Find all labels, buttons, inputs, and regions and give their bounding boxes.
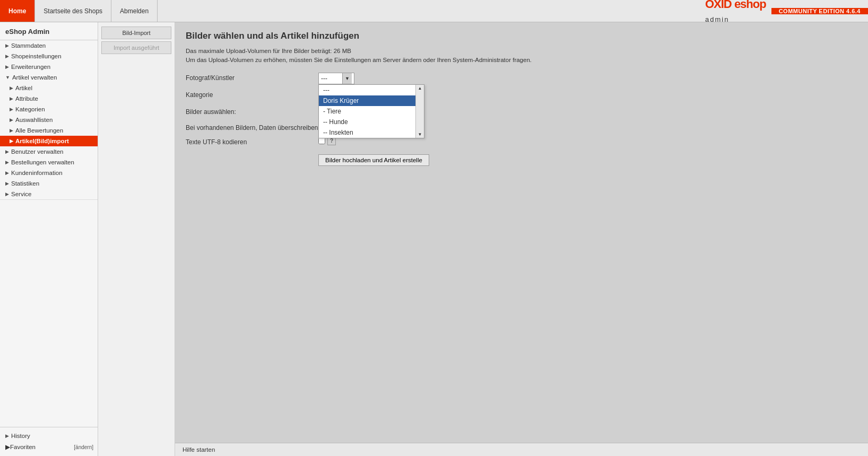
arrow-icon: ▶ [5,54,9,59]
tab-home[interactable]: Home [0,0,35,22]
arrow-icon: ▶ [10,128,13,133]
sidebar-label: Service [11,191,31,197]
sidebar-label: Shopeinstellungen [11,53,62,59]
arrow-icon: ▶ [10,107,13,112]
sidebar-label: Attribute [15,95,38,102]
overwrite-row: Bei vorhandenen Bildern, Daten überschre… [186,122,857,131]
sidebar-label: Kundeninformation [11,170,63,176]
encode-row: Texte UTF-8 kodieren ? [186,137,857,146]
main-layout: eShop Admin ▶ Stammdaten ▶ Shopeinstellu… [0,22,868,456]
sidebar-label: Stammdaten [11,42,46,49]
sidebar-label: Kategorien [15,106,45,112]
arrow-icon: ▶ [5,160,9,165]
dropdown-select[interactable]: --- ▼ [318,73,354,84]
encode-checkbox[interactable] [318,137,325,144]
sidebar-item-artikel-bild-import[interactable]: ▶ Artikel(Bild)import [0,136,98,146]
dropdown-option-selected[interactable]: Doris Krüger [319,95,424,106]
logo-eshop: eshop [734,0,766,11]
favoriten-aendern-link[interactable]: [ändern] [74,444,93,450]
sidebar-item-service[interactable]: ▶ Service [0,189,98,199]
scroll-down-icon[interactable]: ▼ [417,131,423,138]
arrow-icon: ▶ [5,181,9,186]
sidebar-label: Artikel(Bild)import [15,138,69,144]
history-label: History [11,433,30,439]
encode-label: Texte UTF-8 kodieren [186,137,318,146]
sidebar-label: Erweiterungen [11,64,50,70]
sub-nav-import-ausgefuehrt[interactable]: Import ausgeführt [101,41,171,54]
sidebar-bottom-history[interactable]: ▶ History [0,431,98,441]
photographer-control: --- ▼ --- Doris Krüger - Tiere -- Hunde [318,73,354,84]
dropdown-arrow-icon[interactable]: ▼ [342,73,352,84]
sub-nav: Bild-Import Import ausgeführt [98,22,175,456]
overwrite-label: Bei vorhandenen Bildern, Daten überschre… [186,122,318,131]
photographer-dropdown[interactable]: --- ▼ --- Doris Krüger - Tiere -- Hunde [318,73,354,84]
main-content: Bilder wählen und als Artikel hinzufügen… [175,22,868,443]
arrow-icon: ▼ [5,75,10,80]
dropdown-value: --- [321,75,342,82]
sidebar-item-kundeninformation[interactable]: ▶ Kundeninformation [0,168,98,178]
category-row: Kategorie ▼ [186,90,857,101]
tab-shop-start[interactable]: Startseite des Shops [35,0,111,22]
photographer-row: Fotograf/Künstler --- ▼ --- Dor [186,73,857,84]
logo-area: OXID eshop admin COMMUNITY EDITION 4.6.4 [705,0,868,25]
edition-badge: COMMUNITY EDITION 4.6.4 [771,8,868,14]
dropdown-scrollbar: ▲ ▼ [415,85,424,138]
sidebar-label: Benutzer verwalten [11,148,63,155]
footer[interactable]: Hilfe starten [175,443,868,456]
sidebar-title: eShop Admin [0,22,98,40]
scroll-up-icon[interactable]: ▲ [417,85,423,92]
sidebar-item-attribute[interactable]: ▶ Attribute [0,93,98,104]
arrow-icon: ▶ [5,149,9,154]
sidebar-label: Artikel [15,85,32,91]
sidebar-item-auswahllisten[interactable]: ▶ Auswahllisten [0,115,98,125]
submit-button[interactable]: Bilder hochladen und Artikel erstelle [318,154,429,166]
info-line1: Das maximale Upload-Volumen für Ihre Bil… [186,47,857,56]
sidebar-item-statistiken[interactable]: ▶ Statistiken [0,178,98,189]
sub-nav-bild-import[interactable]: Bild-Import [101,27,171,39]
sidebar-item-alle-bewertungen[interactable]: ▶ Alle Bewertungen [0,125,98,136]
sidebar: eShop Admin ▶ Stammdaten ▶ Shopeinstellu… [0,22,98,456]
nav-tabs: Home Startseite des Shops Abmelden [0,0,158,22]
arrow-icon: ▶ [10,117,13,122]
logo-oxid: OXID eshop admin [705,0,766,25]
dropdown-option[interactable]: -- Insekten [319,127,424,138]
sidebar-item-erweiterungen[interactable]: ▶ Erweiterungen [0,62,98,72]
sidebar-section-main: ▶ Stammdaten ▶ Shopeinstellungen ▶ Erwei… [0,40,98,200]
arrow-icon: ▶ [10,85,13,91]
photographer-label: Fotograf/Künstler [186,73,318,82]
arrow-icon: ▶ [5,170,9,176]
dropdown-option[interactable]: - Tiere [319,106,424,117]
sidebar-label: Alle Bewertungen [15,127,63,134]
submit-control: Bilder hochladen und Artikel erstelle [318,151,429,166]
submit-spacer [186,151,318,153]
info-line2: Um das Upload-Volumen zu erhöhen, müsste… [186,56,857,65]
sidebar-bottom: ▶ History ▶ Favoriten [ändern] [0,427,98,456]
arrow-icon: ▶ [5,443,10,451]
tab-abmelden[interactable]: Abmelden [111,0,158,22]
info-text: Das maximale Upload-Volumen für Ihre Bil… [186,47,857,65]
dropdown-option[interactable]: -- Hunde [319,117,424,127]
submit-row: Bilder hochladen und Artikel erstelle [186,151,857,166]
choose-images-row: Bilder auswählen: Durchsuchen... Keine D… [186,107,857,117]
sidebar-label: Auswahllisten [15,117,53,123]
sidebar-item-artikel[interactable]: ▶ Artikel [0,83,98,93]
sidebar-item-artikel-verwalten[interactable]: ▼ Artikel verwalten [0,72,98,83]
arrow-icon: ▶ [5,43,9,48]
sidebar-item-stammdaten[interactable]: ▶ Stammdaten [0,40,98,51]
page-title: Bilder wählen und als Artikel hinzufügen [186,31,857,41]
arrow-icon: ▶ [10,96,13,101]
category-label: Kategorie [186,90,318,99]
content-wrapper: Bild-Import Import ausgeführt Bilder wäh… [98,22,868,456]
sidebar-item-kategorien[interactable]: ▶ Kategorien [0,104,98,115]
sidebar-item-benutzer-verwalten[interactable]: ▶ Benutzer verwalten [0,146,98,157]
dropdown-popup: --- Doris Krüger - Tiere -- Hunde -- Ins… [318,84,424,138]
info-line2-text: Um das Upload-Volumen zu erhöhen, müsste… [186,57,532,63]
sidebar-label: Artikel verwalten [12,74,57,81]
arrow-icon: ▶ [5,191,9,197]
arrow-icon: ▶ [5,433,9,439]
dropdown-option[interactable]: --- [319,85,424,95]
sidebar-bottom-favoriten[interactable]: ▶ Favoriten [ändern] [0,441,98,453]
sidebar-item-shopeinstellungen[interactable]: ▶ Shopeinstellungen [0,51,98,62]
sidebar-label: Statistiken [11,180,39,187]
sidebar-item-bestellungen-verwalten[interactable]: ▶ Bestellungen verwalten [0,157,98,168]
